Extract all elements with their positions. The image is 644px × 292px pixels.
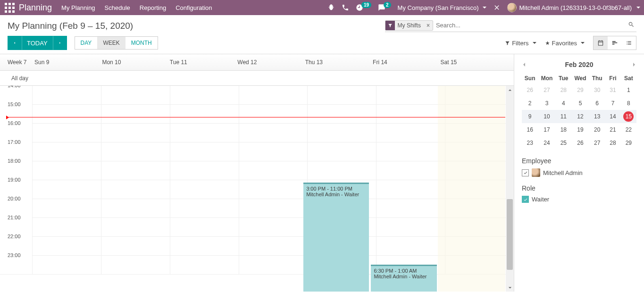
day-header[interactable]: Thu 13	[303, 54, 370, 70]
scale-day[interactable]: DAY	[75, 37, 98, 49]
allday-slot[interactable]	[32, 71, 100, 85]
mini-cal-day[interactable]: 16	[522, 123, 538, 136]
list-view-button[interactable]	[622, 36, 636, 50]
scroll-up-icon[interactable]	[506, 86, 514, 94]
apps-icon[interactable]	[4, 2, 15, 13]
mini-cal-day[interactable]: 25	[556, 136, 571, 150]
scrollbar[interactable]	[506, 86, 514, 292]
calendar-sidebar: Feb 2020 SunMonTueWedThuFriSat2627282930…	[514, 54, 644, 292]
mini-cal-day[interactable]: 26	[522, 83, 538, 97]
control-panel: My Planning (Feb 9 – 15, 2020) My Shifts…	[0, 15, 644, 54]
mini-cal-day[interactable]: 11	[556, 110, 571, 123]
search-input[interactable]	[433, 20, 626, 31]
mini-cal-day[interactable]: 2	[522, 97, 538, 110]
nav-my-planning[interactable]: My Planning	[61, 4, 95, 11]
allday-slot[interactable]	[370, 71, 438, 85]
day-header[interactable]: Wed 12	[235, 54, 302, 70]
calendar-event[interactable]: 6:30 PM - 1:00 AMMitchell Admin - Waiter	[371, 265, 436, 292]
mini-cal-day[interactable]: 21	[605, 123, 620, 136]
app-brand[interactable]: Planning	[19, 3, 52, 13]
scroll-down-icon[interactable]	[506, 284, 514, 292]
mini-cal-day[interactable]: 30	[589, 83, 605, 97]
user-menu[interactable]: Mitchell Admin (1263319-13-0-0f3b67-all)	[507, 3, 640, 12]
allday-slot[interactable]	[100, 71, 167, 85]
mini-cal-day[interactable]: 27	[538, 83, 555, 97]
day-header[interactable]: Sun 9	[32, 54, 100, 70]
nav-schedule[interactable]: Schedule	[105, 4, 130, 11]
discuss-icon[interactable]: 2	[378, 4, 391, 11]
svg-rect-4	[8, 7, 11, 9]
mini-cal-day[interactable]: 28	[556, 83, 571, 97]
checkbox-icon[interactable]	[522, 196, 529, 203]
mini-cal-day[interactable]: 1	[621, 83, 636, 97]
nav-configuration[interactable]: Configuration	[176, 4, 212, 11]
mini-cal-day[interactable]: 8	[621, 97, 636, 110]
mini-cal-day[interactable]: 18	[556, 123, 571, 136]
mini-cal-day[interactable]: 7	[605, 97, 620, 110]
mini-cal-day[interactable]: 31	[605, 83, 620, 97]
role-filter-row[interactable]: Waiter	[522, 196, 636, 203]
svg-rect-8	[12, 10, 15, 13]
allday-slot[interactable]	[303, 71, 370, 85]
day-header[interactable]: Sat 15	[438, 54, 506, 70]
mini-cal-day[interactable]: 15	[621, 110, 636, 123]
checkbox-icon[interactable]	[522, 169, 529, 176]
mini-cal-day[interactable]: 10	[538, 110, 555, 123]
main-content: Week 7 Sun 9 Mon 10 Tue 11 Wed 12 Thu 13…	[0, 54, 644, 292]
date-nav-group: TODAY	[8, 36, 67, 50]
filters-dropdown[interactable]: Filters	[505, 40, 536, 47]
nav-reporting[interactable]: Reporting	[140, 4, 166, 11]
prev-month-icon[interactable]	[522, 62, 527, 67]
mini-cal-day[interactable]: 29	[571, 83, 589, 97]
allday-slot[interactable]	[438, 71, 506, 85]
mini-cal-day[interactable]: 14	[605, 110, 620, 123]
today-button[interactable]: TODAY	[22, 36, 53, 50]
debug-icon[interactable]	[327, 4, 335, 11]
mini-cal-day[interactable]: 3	[538, 97, 555, 110]
mini-cal-day[interactable]: 12	[571, 110, 589, 123]
day-header[interactable]: Fri 14	[370, 54, 438, 70]
event-time: 3:00 PM - 11:00 PM	[306, 186, 366, 192]
mini-cal-day[interactable]: 13	[589, 110, 605, 123]
next-period-button[interactable]	[53, 36, 67, 50]
mini-cal-day[interactable]: 20	[589, 123, 605, 136]
day-header[interactable]: Tue 11	[167, 54, 235, 70]
employee-heading: Employee	[522, 157, 636, 165]
day-header[interactable]: Mon 10	[100, 54, 167, 70]
mini-cal-day[interactable]: 26	[571, 136, 589, 150]
close-studio-icon[interactable]	[493, 4, 501, 11]
mini-cal-day[interactable]: 23	[522, 136, 538, 150]
mini-cal-day[interactable]: 24	[538, 136, 555, 150]
mini-cal-day[interactable]: 9	[522, 110, 538, 123]
event-title: Mitchell Admin - Waiter	[306, 192, 366, 197]
calendar-event[interactable]: 3:00 PM - 11:00 PMMitchell Admin - Waite…	[303, 183, 369, 292]
mini-cal-day[interactable]: 27	[589, 136, 605, 150]
mini-cal-day[interactable]: 22	[621, 123, 636, 136]
user-avatar	[507, 3, 517, 12]
voip-icon[interactable]	[342, 4, 349, 11]
scale-month[interactable]: MONTH	[125, 37, 158, 49]
employee-filter-row[interactable]: Mitchell Admin	[522, 168, 636, 177]
next-month-icon[interactable]	[632, 62, 636, 67]
allday-slot[interactable]	[167, 71, 235, 85]
gantt-view-button[interactable]	[608, 36, 622, 50]
calendar-body[interactable]: 14:0015:0016:0017:0018:0019:0020:0021:00…	[0, 86, 514, 292]
mini-cal-dow: Mon	[538, 73, 555, 83]
facet-remove-icon[interactable]: ×	[424, 22, 433, 29]
mini-cal-day[interactable]: 17	[538, 123, 555, 136]
calendar-view-button[interactable]	[594, 36, 608, 50]
mini-cal-day[interactable]: 28	[605, 136, 620, 150]
mini-cal-day[interactable]: 19	[571, 123, 589, 136]
company-switcher[interactable]: My Company (San Francisco)	[398, 4, 486, 11]
activity-icon[interactable]: 19	[356, 4, 371, 11]
prev-period-button[interactable]	[8, 36, 22, 50]
mini-cal-day[interactable]: 5	[571, 97, 589, 110]
favorites-dropdown[interactable]: Favorites	[545, 40, 585, 47]
scale-week[interactable]: WEEK	[97, 37, 125, 49]
mini-cal-day[interactable]: 29	[621, 136, 636, 150]
allday-slot[interactable]	[235, 71, 302, 85]
mini-cal-day[interactable]: 6	[589, 97, 605, 110]
scroll-thumb[interactable]	[507, 199, 513, 270]
mini-cal-day[interactable]: 4	[556, 97, 571, 110]
search-icon[interactable]	[626, 21, 636, 29]
